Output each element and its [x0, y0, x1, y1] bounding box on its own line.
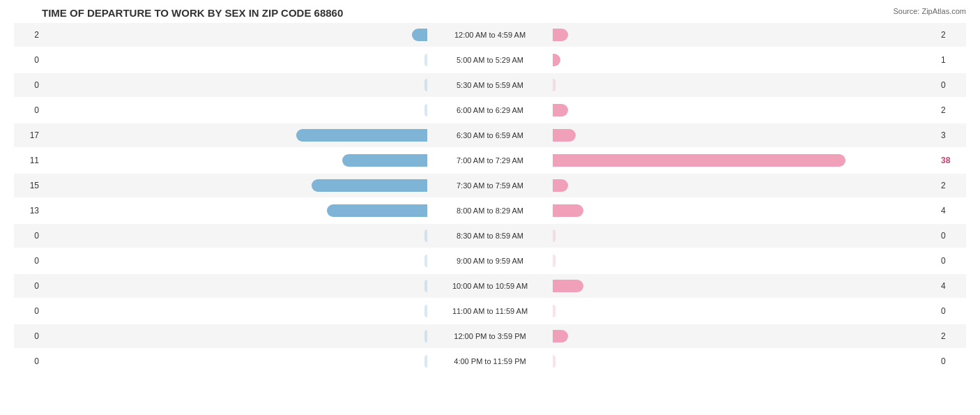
- right-bar-wrap: [553, 27, 937, 43]
- male-value: 0: [14, 80, 43, 90]
- female-value: 0: [937, 256, 966, 266]
- female-bar: [553, 204, 583, 217]
- male-bar: [312, 179, 427, 192]
- bars-center: 11:00 AM to 11:59 AM: [43, 299, 937, 323]
- male-value: 0: [14, 306, 43, 316]
- time-label: 6:30 AM to 6:59 AM: [427, 131, 553, 139]
- right-bar-wrap: [553, 77, 937, 93]
- bar-row: 0 6:00 AM to 6:29 AM 2: [14, 98, 966, 122]
- right-bar-wrap: [553, 103, 937, 118]
- female-bar: [553, 54, 560, 66]
- female-bar: [553, 229, 556, 242]
- left-bar-wrap: [43, 228, 427, 243]
- bars-center: 8:00 AM to 8:29 AM: [43, 199, 937, 222]
- left-bar-wrap: [43, 354, 427, 369]
- right-bar-wrap: [553, 329, 937, 344]
- bars-center: 12:00 AM to 4:59 AM: [43, 23, 937, 47]
- bars-center: 6:00 AM to 6:29 AM: [43, 98, 937, 122]
- male-value: 0: [14, 231, 43, 241]
- male-bar: [296, 129, 427, 142]
- female-value: 38: [937, 156, 966, 165]
- right-bar-wrap: [553, 278, 937, 294]
- left-bar-wrap: [43, 253, 427, 269]
- bar-row: 0 9:00 AM to 9:59 AM 0: [14, 249, 966, 273]
- chart-area: 2 12:00 AM to 4:59 AM 2 0 5:00 AM to 5:2…: [14, 23, 966, 361]
- left-bar-wrap: [43, 153, 427, 168]
- time-label: 12:00 AM to 4:59 AM: [427, 31, 553, 39]
- chart-title: TIME OF DEPARTURE TO WORK BY SEX IN ZIP …: [14, 7, 966, 19]
- chart-container: TIME OF DEPARTURE TO WORK BY SEX IN ZIP …: [0, 0, 980, 415]
- bars-center: 8:30 AM to 8:59 AM: [43, 224, 937, 248]
- time-label: 11:00 AM to 11:59 AM: [427, 307, 553, 315]
- time-label: 5:30 AM to 5:59 AM: [427, 81, 553, 89]
- left-bar-wrap: [43, 103, 427, 118]
- male-bar: [327, 204, 427, 217]
- left-bar-wrap: [43, 128, 427, 143]
- bar-row: 13 8:00 AM to 8:29 AM 4: [14, 199, 966, 222]
- bar-row: 0 5:30 AM to 5:59 AM 0: [14, 73, 966, 97]
- female-value: 2: [937, 105, 966, 115]
- female-bar: [553, 104, 568, 116]
- female-bar: [553, 29, 568, 41]
- bar-row: 0 12:00 PM to 3:59 PM 2: [14, 324, 966, 348]
- bars-center: 5:00 AM to 5:29 AM: [43, 48, 937, 72]
- female-bar: [553, 129, 576, 142]
- female-value: 4: [937, 281, 966, 291]
- male-value: 0: [14, 356, 43, 366]
- time-label: 7:00 AM to 7:29 AM: [427, 156, 553, 165]
- right-bar-wrap: [553, 303, 937, 319]
- left-bar-wrap: [43, 278, 427, 294]
- female-value: 0: [937, 80, 966, 90]
- time-label: 5:00 AM to 5:29 AM: [427, 56, 553, 64]
- right-bar-wrap: [553, 253, 937, 269]
- female-value: 2: [937, 30, 966, 40]
- right-bar-wrap: [553, 178, 937, 193]
- time-label: 10:00 AM to 10:59 AM: [427, 282, 553, 290]
- bar-row: 0 5:00 AM to 5:29 AM 1: [14, 48, 966, 72]
- female-value: 2: [937, 181, 966, 190]
- male-value: 15: [14, 181, 43, 190]
- bar-row: 15 7:30 AM to 7:59 AM 2: [14, 174, 966, 197]
- time-label: 8:00 AM to 8:29 AM: [427, 206, 553, 215]
- bar-row: 17 6:30 AM to 6:59 AM 3: [14, 123, 966, 147]
- female-bar: [553, 305, 556, 317]
- bars-center: 7:30 AM to 7:59 AM: [43, 174, 937, 197]
- bar-row: 2 12:00 AM to 4:59 AM 2: [14, 23, 966, 47]
- bars-center: 9:00 AM to 9:59 AM: [43, 249, 937, 273]
- male-value: 17: [14, 130, 43, 140]
- male-bar: [342, 154, 427, 167]
- bar-row: 0 4:00 PM to 11:59 PM 0: [14, 349, 966, 373]
- bars-center: 10:00 AM to 10:59 AM: [43, 274, 937, 298]
- male-value: 0: [14, 105, 43, 115]
- right-bar-wrap: [553, 203, 937, 218]
- left-bar-wrap: [43, 329, 427, 344]
- left-bar-wrap: [43, 303, 427, 319]
- left-bar-wrap: [43, 178, 427, 193]
- bars-center: 5:30 AM to 5:59 AM: [43, 73, 937, 97]
- female-value: 3: [937, 130, 966, 140]
- time-label: 9:00 AM to 9:59 AM: [427, 257, 553, 265]
- source-text: Source: ZipAtlas.com: [893, 7, 966, 15]
- bars-center: 6:30 AM to 6:59 AM: [43, 123, 937, 147]
- male-value: 11: [14, 156, 43, 165]
- time-label: 7:30 AM to 7:59 AM: [427, 181, 553, 190]
- time-label: 8:30 AM to 8:59 AM: [427, 232, 553, 240]
- bars-center: 12:00 PM to 3:59 PM: [43, 324, 937, 348]
- time-label: 6:00 AM to 6:29 AM: [427, 106, 553, 114]
- male-value: 0: [14, 331, 43, 341]
- left-bar-wrap: [43, 52, 427, 68]
- time-label: 12:00 PM to 3:59 PM: [427, 332, 553, 340]
- female-bar: [553, 179, 568, 192]
- male-value: 0: [14, 55, 43, 65]
- bar-row: 11 7:00 AM to 7:29 AM 38: [14, 149, 966, 172]
- bar-row: 0 11:00 AM to 11:59 AM 0: [14, 299, 966, 323]
- female-bar: [553, 280, 583, 292]
- female-value: 4: [937, 206, 966, 216]
- bars-center: 7:00 AM to 7:29 AM: [43, 149, 937, 172]
- right-bar-wrap: [553, 228, 937, 243]
- female-bar: [553, 330, 568, 342]
- bar-row: 0 10:00 AM to 10:59 AM 4: [14, 274, 966, 298]
- female-bar: [553, 79, 556, 91]
- female-bar: [553, 154, 845, 167]
- female-value: 2: [937, 331, 966, 341]
